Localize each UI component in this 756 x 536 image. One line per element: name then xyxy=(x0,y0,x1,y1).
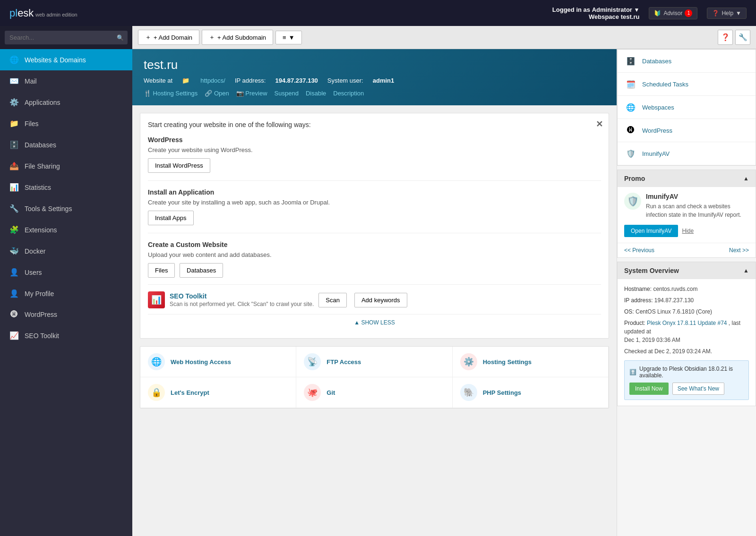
shortcut-item-scheduled-tasks[interactable]: 🗓️Scheduled Tasks xyxy=(618,73,756,96)
nav-icon: 🐳 xyxy=(9,247,19,255)
hosting-settings-link[interactable]: 🍴 Hosting Settings xyxy=(144,90,198,97)
add-domain-button[interactable]: ＋ + Add Domain xyxy=(138,30,199,45)
sidebar-item-statistics[interactable]: 📊Statistics xyxy=(0,177,132,198)
quick-item-php-settings[interactable]: 🐘PHP Settings xyxy=(453,377,609,408)
promo-section: Promo ▲ 🛡️ ImunifyAV Run a scan and chec… xyxy=(617,170,756,258)
quick-item-label: Hosting Settings xyxy=(483,358,532,366)
product-link[interactable]: Plesk Onyx 17.8.11 Update #74 xyxy=(647,320,727,326)
content-scroll: test.ru Website at 📁 httpdocs/ IP addres… xyxy=(132,49,756,536)
advisor-icon: 🔰 xyxy=(654,10,661,17)
install-app-title: Install an Application xyxy=(148,188,601,196)
nav-label: Files xyxy=(25,120,39,128)
sidebar-item-wordpress[interactable]: 🅦WordPress xyxy=(0,304,132,325)
shortcut-link[interactable]: Scheduled Tasks xyxy=(642,81,688,88)
action-right: ❓ 🔧 xyxy=(718,30,750,45)
hide-promo-button[interactable]: Hide xyxy=(682,225,694,237)
add-subdomain-button[interactable]: ＋ + Add Subdomain xyxy=(202,30,273,45)
install-now-button[interactable]: Install Now xyxy=(629,383,669,395)
sidebar-item-mail[interactable]: ✉️Mail xyxy=(0,70,132,92)
system-content: Hostname: centos.ruvds.com IP address: 1… xyxy=(618,279,756,406)
open-link[interactable]: 🔗 Open xyxy=(205,90,229,97)
checked-at-row: Checked at Dec 2, 2019 03:24 AM. xyxy=(624,347,749,356)
sidebar-item-file-sharing[interactable]: 📤File Sharing xyxy=(0,155,132,177)
promo-chevron: ▲ xyxy=(743,175,749,182)
sidebar-item-my-profile[interactable]: 👤My Profile xyxy=(0,283,132,304)
shortcut-item-wordpress[interactable]: 🅦WordPress xyxy=(618,119,756,142)
advisor-button[interactable]: 🔰 Advisor 1 xyxy=(649,7,697,19)
seo-link[interactable]: SEO Toolkit xyxy=(170,292,206,300)
quick-item-label: FTP Access xyxy=(326,358,361,366)
show-less-button[interactable]: ▲ SHOW LESS xyxy=(148,314,601,331)
system-overview-header[interactable]: System Overview ▲ xyxy=(618,262,756,279)
install-app-section: Install an Application Create your site … xyxy=(148,188,601,225)
shortcut-link[interactable]: Databases xyxy=(642,58,671,65)
sidebar-item-docker[interactable]: 🐳Docker xyxy=(0,240,132,262)
close-panel-button[interactable]: ✕ xyxy=(596,119,603,129)
logo-area: plesk web admin edition xyxy=(9,7,77,19)
nav-label: Databases xyxy=(25,141,56,149)
shortcut-link[interactable]: WordPress xyxy=(642,127,672,134)
shortcut-link[interactable]: ImunifyAV xyxy=(642,150,670,157)
quick-item-web-hosting-access[interactable]: 🌐Web Hosting Access xyxy=(140,347,296,377)
domain-title: test.ru xyxy=(144,58,605,72)
quick-item-label: Let's Encrypt xyxy=(171,389,209,396)
whats-new-button[interactable]: See What's New xyxy=(672,383,724,395)
header-right: Logged in as Administrator ▼ Webspace te… xyxy=(552,6,747,20)
install-wordpress-button[interactable]: Install WordPress xyxy=(148,158,210,173)
sidebar-item-tools-&-settings[interactable]: 🔧Tools & Settings xyxy=(0,198,132,219)
nav-label: SEO Toolkit xyxy=(25,332,59,340)
quick-item-ftp-access[interactable]: 📡FTP Access xyxy=(296,347,452,377)
shortcut-item-databases[interactable]: 🗄️Databases xyxy=(618,50,756,73)
add-subdomain-icon: ＋ xyxy=(209,33,215,42)
sidebar-item-seo-toolkit[interactable]: 📈SEO Toolkit xyxy=(0,325,132,346)
add-keywords-button[interactable]: Add keywords xyxy=(354,293,407,307)
sidebar-item-users[interactable]: 👤Users xyxy=(0,262,132,283)
nav-icon: ⚙️ xyxy=(9,98,19,107)
httpdocs-link[interactable]: httpdocs/ xyxy=(200,77,225,84)
system-chevron: ▲ xyxy=(743,267,749,274)
quick-item-git[interactable]: 🐙Git xyxy=(296,377,452,408)
top-header: plesk web admin edition Logged in as Adm… xyxy=(0,0,756,26)
nav-icon: ✉️ xyxy=(9,77,19,85)
quick-item-hosting-settings[interactable]: ⚙️Hosting Settings xyxy=(453,347,609,377)
prev-promo-link[interactable]: << Previous xyxy=(624,247,654,254)
sidebar-nav: 🌐Websites & Domains✉️Mail⚙️Applications📁… xyxy=(0,49,132,346)
help-button[interactable]: ❓ Help ▼ xyxy=(707,8,747,19)
nav-icon: 📁 xyxy=(9,119,19,128)
scan-button[interactable]: Scan xyxy=(318,293,347,307)
sidebar-item-websites-&-domains[interactable]: 🌐Websites & Domains xyxy=(0,49,132,70)
description-link[interactable]: Description xyxy=(333,90,364,97)
seo-icon: 📊 xyxy=(148,291,165,308)
files-button[interactable]: Files xyxy=(148,263,175,278)
seo-scan-desc: Scan is not performed yet. Click "Scan" … xyxy=(170,301,314,307)
databases-button[interactable]: Databases xyxy=(180,263,223,278)
disable-link[interactable]: Disable xyxy=(306,90,326,97)
quick-item-let's-encrypt[interactable]: 🔒Let's Encrypt xyxy=(140,377,296,408)
sidebar-item-applications[interactable]: ⚙️Applications xyxy=(0,92,132,113)
suspend-link[interactable]: Suspend xyxy=(275,90,299,97)
nav-icon: 🔧 xyxy=(9,204,19,213)
seo-info: SEO Toolkit Scan is not performed yet. C… xyxy=(170,292,314,307)
shortcut-item-imunifyav[interactable]: 🛡️ImunifyAV xyxy=(618,142,756,165)
preview-link[interactable]: 📷 Preview xyxy=(236,90,267,97)
promo-header[interactable]: Promo ▲ xyxy=(618,170,756,187)
quick-access-grid: 🌐Web Hosting Access📡FTP Access⚙️Hosting … xyxy=(140,346,609,408)
open-imunifyav-button[interactable]: Open ImunifyAV xyxy=(624,225,678,237)
shortcut-link[interactable]: Webspaces xyxy=(642,104,674,111)
help-icon: ❓ xyxy=(712,10,719,17)
sidebar-item-databases[interactable]: 🗄️Databases xyxy=(0,134,132,155)
product-row: Product: Plesk Onyx 17.8.11 Update #74 ,… xyxy=(624,319,749,344)
nav-icon: 📤 xyxy=(9,162,19,170)
start-creating-panel: ✕ Start creating your website in one of … xyxy=(140,113,609,339)
more-menu-button[interactable]: ≡ ▼ xyxy=(275,31,301,44)
start-panel-heading: Start creating your website in one of th… xyxy=(148,121,601,128)
shortcut-item-webspaces[interactable]: 🌐Webspaces xyxy=(618,96,756,119)
settings-action-button[interactable]: 🔧 xyxy=(735,30,750,45)
next-promo-link[interactable]: Next >> xyxy=(729,247,749,254)
sidebar-item-files[interactable]: 📁Files xyxy=(0,113,132,134)
install-apps-button[interactable]: Install Apps xyxy=(148,211,194,225)
search-input[interactable] xyxy=(5,31,128,44)
promo-buttons: Open ImunifyAV Hide xyxy=(624,225,749,237)
sidebar-item-extensions[interactable]: 🧩Extensions xyxy=(0,219,132,240)
help-action-button[interactable]: ❓ xyxy=(718,30,733,45)
